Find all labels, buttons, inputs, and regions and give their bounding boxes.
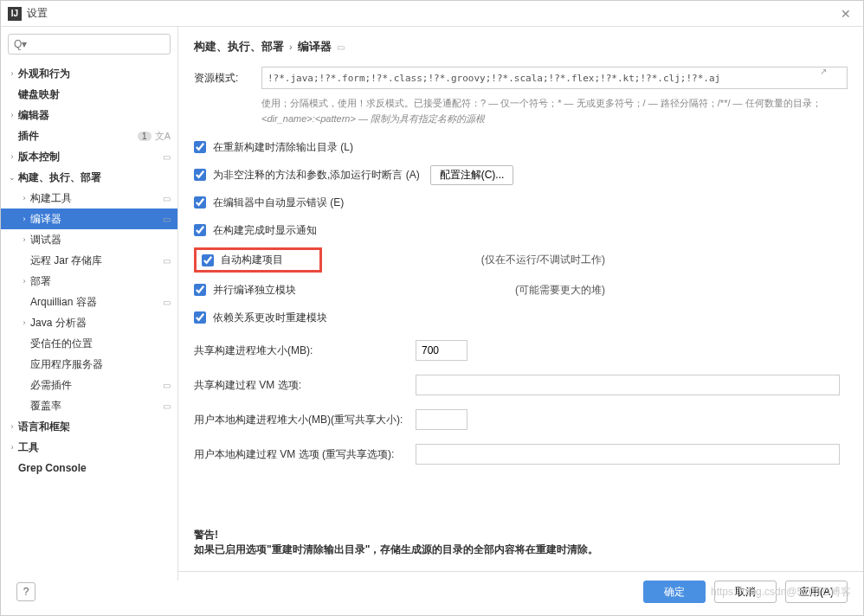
chevron-icon: › [6,443,18,452]
breadcrumb-part: 编译器 [298,39,332,55]
sidebar-item-label: Grep Console [18,462,172,474]
vm-options-label: 共享构建过程 VM 选项: [194,378,416,393]
badge: 1 [138,132,152,141]
sidebar-item[interactable]: ›语言和框架 [1,416,177,437]
apply-button[interactable]: 应用(A) [785,581,848,603]
ok-button[interactable]: 确定 [643,581,706,603]
chevron-icon: › [18,194,30,202]
chevron-icon: › [18,235,30,244]
sidebar-item-label: 应用程序服务器 [30,357,172,372]
tag-icon: ▭ [337,42,345,52]
tag-icon: ▭ [160,400,172,412]
heap-size-input[interactable] [416,340,467,361]
parallel-compile-label: 并行编译独立模块 [213,283,296,298]
sidebar-item[interactable]: Grep Console [1,458,177,478]
auto-build-checkbox[interactable] [202,254,214,266]
sidebar-item[interactable]: 远程 Jar 存储库▭ [1,250,177,271]
tag-icon: ▭ [160,379,172,391]
resource-pattern-input[interactable] [261,67,848,89]
sidebar-item-label: 构建工具 [30,191,157,206]
chevron-right-icon: › [289,42,293,52]
rebuild-deps-checkbox[interactable] [194,311,206,324]
chevron-icon: › [6,422,18,431]
sidebar-item[interactable]: ›外观和行为 [1,63,177,84]
sidebar-item-label: 版本控制 [18,150,157,164]
sidebar-item-label: 受信任的位置 [30,337,172,351]
sidebar-item-label: 编辑器 [18,108,172,123]
title-bar: IJ 设置 ✕ [1,1,863,27]
sidebar-item[interactable]: ›调试器 [1,229,177,250]
sidebar-item-label: 语言和框架 [18,420,172,434]
window-title: 设置 [27,6,835,21]
warning-text: 警告! 如果已启用选项"重建时清除输出目录"，存储生成源的目录的全部内容将在重建… [194,528,848,557]
sidebar-item[interactable]: 应用程序服务器 [1,354,177,375]
chevron-icon: › [6,69,18,78]
sidebar-item-label: 键盘映射 [18,87,172,102]
chevron-icon: › [6,152,18,161]
search-input[interactable] [8,34,171,55]
sidebar-item-label: 插件 [18,129,138,144]
settings-dialog: IJ 设置 ✕ ›外观和行为键盘映射›编辑器插件1文A›版本控制▭⌄构建、执行、… [0,0,864,616]
user-vm-input[interactable] [416,444,840,465]
heap-size-label: 共享构建进程堆大小(MB): [194,343,416,358]
user-heap-label: 用户本地构建进程堆大小(MB)(重写共享大小): [194,413,416,427]
sidebar-item[interactable]: ⌄构建、执行、部署 [1,167,177,188]
help-icon[interactable]: ? [16,582,35,601]
breadcrumb: 构建、执行、部署 › 编译器 ▭ [194,39,848,55]
chevron-icon: › [18,318,30,327]
tag-icon: ▭ [160,151,172,163]
sidebar-item[interactable]: ›部署 [1,271,177,292]
breadcrumb-part: 构建、执行、部署 [194,39,284,55]
language-icon: 文A [155,130,171,143]
auto-show-errors-label: 在编辑器中自动显示错误 (E) [213,196,344,210]
expand-icon[interactable]: ↗ [820,67,827,76]
sidebar: ›外观和行为键盘映射›编辑器插件1文A›版本控制▭⌄构建、执行、部署›构建工具▭… [1,27,178,581]
sidebar-item-label: 覆盖率 [30,399,157,414]
vm-options-input[interactable] [416,375,840,395]
configure-annotations-button[interactable]: 配置注解(C)... [430,165,514,185]
separator [178,571,863,572]
sidebar-item-label: Arquillian 容器 [30,295,157,310]
tag-icon: ▭ [160,296,172,308]
sidebar-item[interactable]: 受信任的位置 [1,333,177,354]
user-heap-input[interactable] [416,409,467,430]
tag-icon: ▭ [160,192,172,204]
sidebar-item-label: 调试器 [30,233,172,247]
auto-build-label: 自动构建项目 [221,253,283,267]
sidebar-item[interactable]: ›工具 [1,437,177,458]
auto-show-errors-checkbox[interactable] [194,196,206,209]
sidebar-item-label: 外观和行为 [18,67,172,81]
sidebar-item-label: 工具 [18,440,172,455]
sidebar-item[interactable]: ›Java 分析器 [1,312,177,333]
sidebar-item-label: 构建、执行、部署 [18,170,172,185]
sidebar-item[interactable]: 键盘映射 [1,84,177,105]
close-icon[interactable]: ✕ [835,7,856,21]
sidebar-item-label: 编译器 [30,212,157,227]
sidebar-item[interactable]: 必需插件▭ [1,375,177,395]
parallel-compile-note: (可能需要更大的堆) [515,283,848,298]
sidebar-item[interactable]: ›构建工具▭ [1,188,177,209]
parallel-compile-checkbox[interactable] [194,284,206,296]
auto-build-note: (仅在不运行/不调试时工作) [481,253,848,267]
sidebar-item[interactable]: ›编辑器 [1,105,177,125]
clear-output-checkbox[interactable] [194,141,206,153]
sidebar-item[interactable]: 插件1文A [1,125,177,146]
show-notification-label: 在构建完成时显示通知 [213,223,317,238]
sidebar-item[interactable]: Arquillian 容器▭ [1,292,177,312]
tag-icon: ▭ [160,254,172,266]
auto-build-highlight: 自动构建项目 [194,247,322,273]
footer: ? 确定 取消 应用(A) [1,581,863,615]
sidebar-item-label: 必需插件 [30,378,157,393]
sidebar-item[interactable]: ›版本控制▭ [1,146,177,167]
add-assertions-label: 为非空注释的方法和参数,添加运行时断言 (A) [213,168,420,183]
show-notification-checkbox[interactable] [194,224,206,236]
sidebar-item[interactable]: ›编译器▭ [1,209,177,229]
settings-tree: ›外观和行为键盘映射›编辑器插件1文A›版本控制▭⌄构建、执行、部署›构建工具▭… [1,61,177,581]
add-assertions-checkbox[interactable] [194,169,206,181]
sidebar-item[interactable]: 覆盖率▭ [1,395,177,416]
pattern-help: 使用；分隔模式，使用！求反模式。已接受通配符：? — 仅一个符号；* — 无或更… [194,96,848,126]
cancel-button[interactable]: 取消 [714,581,777,603]
sidebar-item-label: 远程 Jar 存储库 [30,253,157,268]
user-vm-label: 用户本地构建过程 VM 选项 (重写共享选项): [194,447,416,462]
sidebar-item-label: 部署 [30,274,172,289]
